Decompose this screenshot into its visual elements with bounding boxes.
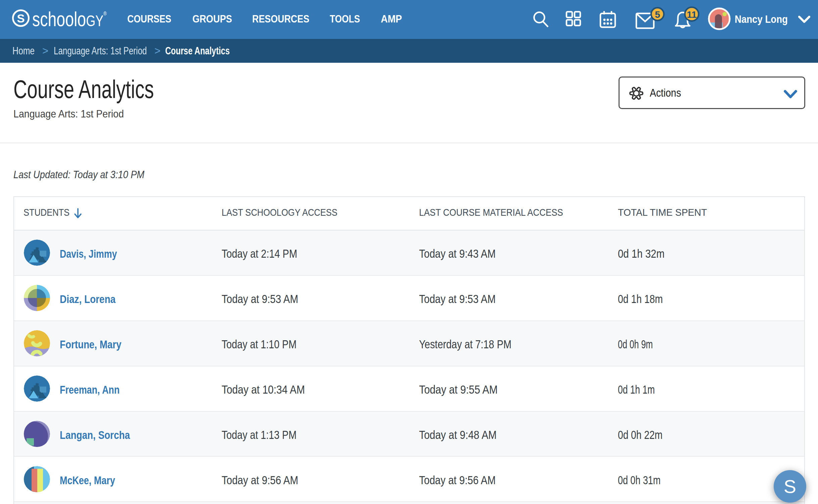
svg-text:11: 11: [687, 9, 697, 20]
svg-text:S: S: [17, 12, 25, 25]
svg-text:5: 5: [655, 9, 660, 20]
